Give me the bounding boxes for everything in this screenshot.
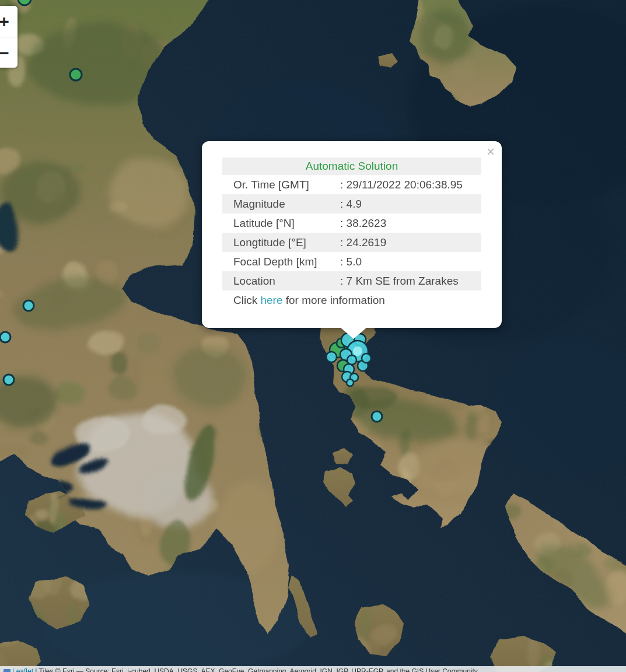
earthquake-marker[interactable] bbox=[326, 352, 337, 362]
earthquake-marker[interactable] bbox=[18, 0, 31, 5]
attribution-bar: Leaflet | Tiles © Esri — Source: Esri, i… bbox=[0, 666, 626, 672]
earthquake-marker[interactable] bbox=[23, 300, 34, 311]
popup-tail bbox=[340, 327, 367, 339]
zoom-out-button[interactable]: − bbox=[0, 37, 18, 68]
earthquake-marker[interactable] bbox=[372, 411, 382, 422]
popup-content: Automatic Solution Or. Time [GMT]29/11/2… bbox=[222, 158, 481, 310]
earthquake-marker[interactable] bbox=[362, 354, 371, 363]
earthquake-marker[interactable] bbox=[0, 332, 11, 342]
popup-row-longitude: Longtitude [°E]24.2619 bbox=[222, 233, 481, 252]
popup-more-info-line: Click here for more information bbox=[222, 290, 481, 310]
earthquake-marker[interactable] bbox=[347, 379, 354, 386]
popup-row-location: Location7 Km SE from Zarakes bbox=[222, 271, 481, 290]
popup-row-magnitude: Magnitude4.9 bbox=[222, 194, 481, 214]
tiles-credit: Tiles © Esri — Source: Esri, i-cubed, US… bbox=[39, 667, 478, 672]
popup-title: Automatic Solution bbox=[222, 158, 481, 175]
leaflet-link[interactable]: Leaflet bbox=[12, 667, 33, 672]
grain-overlay bbox=[0, 0, 626, 672]
earthquake-marker[interactable] bbox=[347, 355, 356, 365]
more-info-link[interactable]: here bbox=[260, 294, 282, 306]
map-canvas[interactable] bbox=[0, 0, 626, 672]
popup-row-origin-time: Or. Time [GMT]29/11/2022 20:06:38.95 bbox=[222, 175, 481, 194]
zoom-control: + − bbox=[0, 6, 18, 68]
earthquake-popup: × Automatic Solution Or. Time [GMT]29/11… bbox=[202, 141, 502, 328]
zoom-in-button[interactable]: + bbox=[0, 6, 18, 37]
popup-row-focal-depth: Focal Depth [km]5.0 bbox=[222, 252, 481, 271]
earthquake-marker-core bbox=[353, 346, 362, 356]
earthquake-marker[interactable] bbox=[70, 69, 82, 80]
close-icon[interactable]: × bbox=[487, 145, 495, 159]
ukraine-flag-icon bbox=[4, 669, 11, 672]
popup-row-latitude: Latitude [°N]38.2623 bbox=[222, 214, 481, 233]
satellite-map bbox=[0, 0, 626, 672]
earthquake-marker[interactable] bbox=[4, 374, 14, 385]
